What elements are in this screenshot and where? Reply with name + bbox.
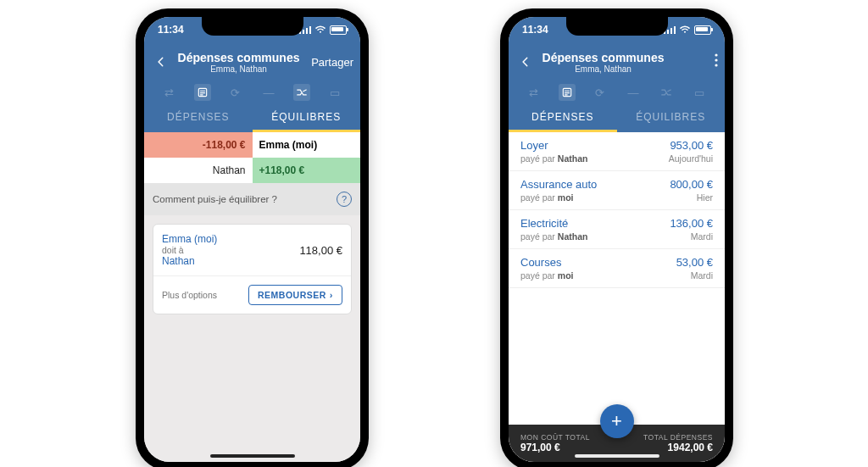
toolbar-strip: ⇄ ⟳ — ▭ [509,81,725,103]
expense-payer: payé par Nathan [520,153,587,164]
device-notch [566,17,668,36]
balance-other-name: Nathan [144,158,253,183]
help-icon[interactable]: ? [337,192,352,207]
chevron-left-icon [155,56,167,68]
settlement-amount: 118,00 € [299,244,342,257]
share-button[interactable]: Partager [306,56,353,69]
svg-point-5 [715,58,717,61]
page-title: Dépenses communes [542,51,665,64]
status-time: 11:34 [158,24,184,36]
kebab-icon [715,53,718,67]
svg-point-6 [715,64,717,66]
add-expense-fab[interactable]: + [600,404,634,438]
home-indicator [575,454,659,458]
expense-date: Mardi [691,270,713,281]
tab-expenses[interactable]: DÉPENSES [144,103,253,132]
expense-amount: 800,00 € [670,178,713,191]
reimburse-label: REMBOURSER [258,290,326,300]
my-cost-label: MON COÛT TOTAL [520,433,605,442]
expense-row[interactable]: Assurance auto 800,00 € payé par moi Hie… [509,171,725,210]
expense-title: Assurance auto [520,178,597,191]
shuffle-icon[interactable] [658,84,675,101]
list-icon[interactable] [559,84,576,101]
device-notch [202,17,303,36]
expense-payer: payé par moi [520,192,573,203]
expense-row[interactable]: Loyer 953,00 € payé par Nathan Aujourd'h… [509,132,725,171]
chevron-right-icon: › [330,290,333,300]
expense-title: Courses [520,256,561,269]
overflow-menu-button[interactable] [670,53,718,71]
toolbar-icon[interactable]: ▭ [691,84,708,101]
plus-icon: + [611,410,622,432]
balance-me-name: Emma (moi) [253,132,361,158]
battery-icon [330,25,347,35]
more-options-link[interactable]: Plus d'options [162,290,217,300]
toolbar-icon[interactable]: ⟳ [592,84,609,101]
reimburse-button[interactable]: REMBOURSER › [248,285,342,305]
balance-other-amount: +118,00 € [253,158,361,183]
nav-header: Dépenses communes Emma, Nathan [509,42,725,81]
tab-balances[interactable]: ÉQUILIBRES [253,103,361,132]
balance-question: Comment puis-je équilibrer ? ? [144,183,360,215]
toolbar-icon[interactable]: ▭ [326,84,343,101]
chevron-left-icon [520,56,531,68]
expense-row[interactable]: Courses 53,00 € payé par moi Mardi [509,249,725,288]
toolbar-icon[interactable]: — [625,84,642,101]
divider [153,275,351,276]
expense-list: Loyer 953,00 € payé par Nathan Aujourd'h… [509,132,725,425]
my-cost-value: 971,00 € [520,442,605,453]
expense-date: Mardi [691,231,713,242]
balance-row-other: Nathan +118,00 € [144,158,360,183]
tab-bar: DÉPENSES ÉQUILIBRES [509,103,725,132]
settlement-verb: doit à [162,245,217,255]
expense-date: Hier [697,192,713,203]
expense-title: Electricité [520,217,568,230]
back-button[interactable] [151,53,171,72]
balance-question-text: Comment puis-je équilibrer ? [153,194,277,204]
expense-payer: payé par moi [520,270,573,281]
list-icon[interactable] [194,84,211,101]
home-indicator [210,454,295,458]
expense-amount: 136,00 € [670,217,713,230]
settlement-from: Emma (moi) [162,233,217,245]
wifi-icon [679,25,691,34]
total-expenses-value: 1942,00 € [668,442,713,453]
shuffle-icon[interactable] [293,84,310,101]
total-expenses-label: TOTAL DÉPENSES [643,433,713,442]
expense-title: Loyer [520,139,548,152]
settlement-to: Nathan [162,255,217,267]
expense-row[interactable]: Electricité 136,00 € payé par Nathan Mar… [509,210,725,249]
status-time: 11:34 [522,24,548,36]
toolbar-icon[interactable]: ⇄ [161,84,178,101]
balance-row-me: -118,00 € Emma (moi) [144,132,360,158]
page-subtitle: Emma, Nathan [575,64,632,74]
back-button[interactable] [515,53,536,72]
tab-expenses[interactable]: DÉPENSES [509,103,617,132]
balance-table: -118,00 € Emma (moi) Nathan +118,00 € [144,132,360,183]
svg-point-4 [715,53,717,56]
toolbar-icon[interactable]: — [260,84,277,101]
settlement-card: Emma (moi) doit à Nathan 118,00 € Plus d… [153,224,352,314]
toolbar-strip: ⇄ ⟳ — ▭ [144,81,360,103]
battery-icon [694,25,711,35]
page-subtitle: Emma, Nathan [210,64,267,74]
balance-me-amount: -118,00 € [144,132,253,158]
wifi-icon [314,25,326,34]
expense-date: Aujourd'hui [669,153,713,164]
expense-amount: 53,00 € [676,256,713,269]
toolbar-icon[interactable]: ⇄ [526,84,542,101]
page-title: Dépenses communes [178,51,300,64]
tab-bar: DÉPENSES ÉQUILIBRES [144,103,360,132]
expense-amount: 953,00 € [670,139,713,152]
toolbar-icon[interactable]: ⟳ [227,84,244,101]
tab-balances[interactable]: ÉQUILIBRES [617,103,726,132]
nav-header: Dépenses communes Emma, Nathan Partager [144,42,360,81]
expense-payer: payé par Nathan [520,231,587,242]
